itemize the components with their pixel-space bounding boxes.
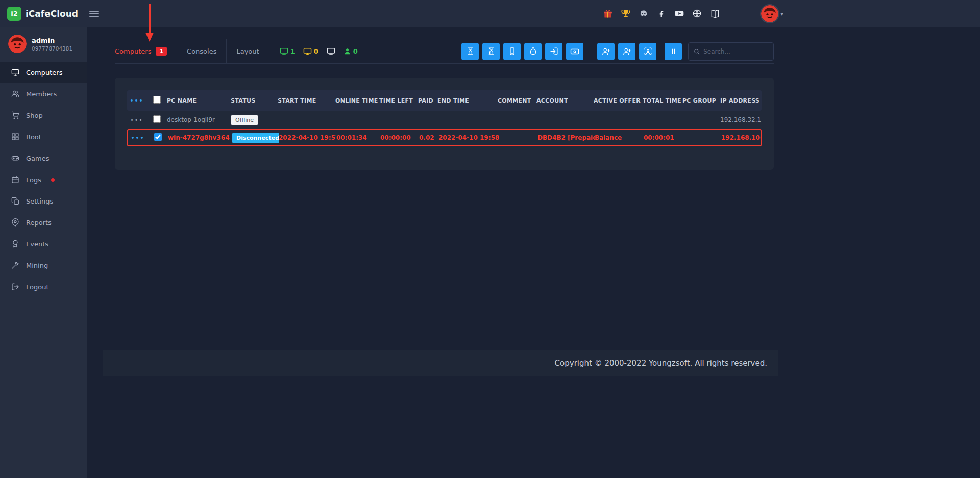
counter-busy[interactable]: 0: [303, 47, 318, 56]
col-start-time: START TIME: [278, 97, 335, 104]
chevron-down-icon: ▾: [780, 10, 783, 17]
tab-consoles-label: Consoles: [187, 47, 216, 55]
row-checkbox[interactable]: [153, 115, 161, 123]
tab-computers[interactable]: Computers 1: [115, 39, 177, 63]
cell-active-offer: Balance: [595, 134, 644, 141]
cell-end-time: 2022-04-10 19:58:29: [438, 134, 499, 141]
cell-ip-address: 192.168.32.1: [720, 116, 762, 123]
col-online-time: ONLINE TIME: [335, 97, 379, 104]
cart-icon: [11, 111, 19, 119]
sidebar-item-reports[interactable]: Reports: [0, 212, 87, 233]
counter-online[interactable]: 1: [280, 47, 295, 56]
pause-button[interactable]: [665, 43, 682, 60]
counter-all-pcs[interactable]: [327, 47, 335, 56]
counter-members[interactable]: 0: [344, 47, 358, 55]
sidebar-item-shop[interactable]: Shop: [0, 105, 87, 126]
table-row[interactable]: ••• desktop-1ogll9r Offline 192.168.32.1: [127, 111, 762, 129]
mobile-button[interactable]: [503, 43, 521, 60]
session-button[interactable]: [461, 43, 479, 60]
discord-icon[interactable]: [639, 9, 649, 19]
sidebar-item-boot[interactable]: Boot: [0, 126, 87, 147]
sidebar-item-mining[interactable]: Mining: [0, 255, 87, 276]
timer-button[interactable]: [524, 43, 542, 60]
tabs: Computers 1 Consoles Layout: [115, 39, 270, 63]
scan-user-icon: [644, 47, 652, 56]
sidebar-menu: Computers Members Shop Boot Games Logs S…: [0, 62, 87, 297]
topbar-inner: i2 iCafeCloud: [0, 0, 791, 27]
col-paid: PAID: [418, 97, 437, 104]
add-user-icon: [602, 47, 610, 56]
sidebar-item-computers[interactable]: Computers: [0, 62, 87, 83]
row-actions-icon[interactable]: •••: [128, 135, 151, 141]
gamepad-icon: [11, 154, 19, 162]
status-badge: Offline: [231, 115, 258, 125]
app-logo-text: iCafeCloud: [26, 9, 78, 19]
col-ip-address: IP ADDRESS: [720, 97, 762, 104]
session-alt-button[interactable]: [482, 43, 500, 60]
row-checkbox[interactable]: [154, 133, 162, 141]
sidebar-item-games[interactable]: Games: [0, 147, 87, 169]
add-member-button[interactable]: [597, 43, 615, 60]
calendar-icon: [11, 175, 19, 184]
sidebar-item-label: Logs: [26, 176, 41, 184]
sidebar-item-label: Games: [26, 155, 49, 162]
app-logo-icon: i2: [7, 7, 21, 21]
status-counters: 1 0 0: [280, 47, 358, 56]
sidebar-item-events[interactable]: Events: [0, 233, 87, 255]
facebook-icon[interactable]: [656, 9, 667, 19]
sidebar-item-logs[interactable]: Logs: [0, 169, 87, 190]
user-avatar: [761, 5, 778, 22]
tab-layout[interactable]: Layout: [227, 39, 269, 63]
tabbar: Computers 1 Consoles Layout 1 0: [115, 39, 774, 64]
sidebar-item-settings[interactable]: Settings: [0, 190, 87, 212]
hourglass-icon: [487, 47, 496, 56]
cell-account: DBD4B2 [Prepaid]: [537, 134, 595, 141]
search-input[interactable]: [703, 48, 768, 55]
sidebar-item-members[interactable]: Members: [0, 83, 87, 105]
col-active-offer: ACTIVE OFFER: [594, 97, 643, 104]
app-logo[interactable]: i2 iCafeCloud: [7, 7, 78, 21]
cell-paid: 0.02: [419, 134, 438, 141]
col-total-time: TOTAL TIME: [643, 97, 682, 104]
scan-member-button[interactable]: [639, 43, 656, 60]
sidebar-item-label: Mining: [26, 262, 48, 269]
tab-computers-badge: 1: [156, 47, 167, 56]
footer: Copyright © 2000-2022 Youngzsoft. All ri…: [103, 350, 778, 376]
sidebar-user-name: admin: [32, 37, 72, 44]
cell-pc-name: desktop-1ogll9r: [167, 116, 231, 123]
globe-icon[interactable]: [692, 9, 702, 19]
add-guest-button[interactable]: [618, 43, 635, 60]
monitor-icon: [11, 68, 19, 77]
youtube-icon[interactable]: [674, 9, 684, 19]
sidebar-item-logout[interactable]: Logout: [0, 276, 87, 297]
stopwatch-icon: [529, 47, 537, 56]
award-icon: [11, 240, 19, 248]
select-all-checkbox[interactable]: [153, 96, 161, 104]
cash-button[interactable]: [566, 43, 583, 60]
col-comment: COMMENT: [498, 97, 536, 104]
computers-table-card: ••• PC NAME STATUS START TIME ONLINE TIM…: [115, 78, 774, 170]
gift-icon[interactable]: [603, 9, 613, 19]
sidebar-item-label: Events: [26, 240, 48, 248]
table-row-selected[interactable]: ••• win-4727g8hv364 Disconnected 2022-04…: [127, 129, 762, 146]
account-menu[interactable]: ▾: [761, 5, 783, 22]
add-user-icon: [623, 47, 631, 56]
pickaxe-icon: [11, 261, 19, 269]
col-pc-group: PC GROUP: [682, 97, 720, 104]
monitor-busy-icon: [303, 47, 312, 56]
trophy-icon[interactable]: [621, 9, 631, 19]
header-actions-icon[interactable]: •••: [127, 97, 150, 104]
checkout-button[interactable]: [545, 43, 562, 60]
book-icon[interactable]: [710, 9, 720, 19]
mobile-icon: [508, 47, 517, 56]
col-account: ACCOUNT: [536, 97, 594, 104]
sidebar-user-card[interactable]: admin 097778704381: [0, 27, 87, 60]
copyright-text: Copyright © 2000-2022 Youngzsoft. All ri…: [555, 359, 767, 368]
row-actions-icon[interactable]: •••: [127, 117, 150, 123]
sign-out-icon: [550, 47, 558, 56]
layers-icon: [11, 197, 19, 205]
hourglass-icon: [466, 47, 475, 56]
grid-icon: [11, 133, 19, 141]
menu-toggle-button[interactable]: [86, 8, 102, 20]
tab-consoles[interactable]: Consoles: [177, 39, 227, 63]
